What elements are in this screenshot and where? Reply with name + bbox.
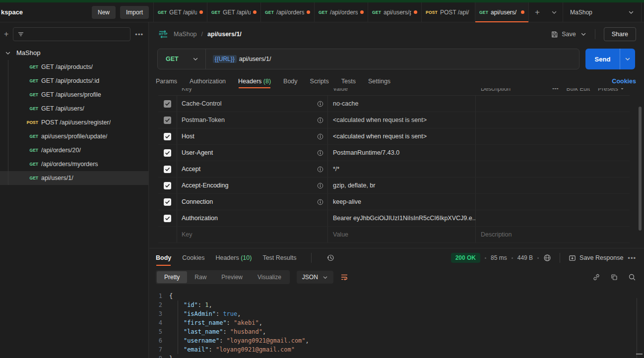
send-label[interactable]: Send: [585, 49, 620, 69]
header-key[interactable]: Connection: [182, 198, 314, 205]
value-placeholder[interactable]: Value: [328, 227, 476, 242]
header-value[interactable]: gzip, deflate, br: [328, 178, 476, 193]
view-preview[interactable]: Preview: [214, 271, 250, 283]
tab-options-chevron-icon[interactable]: [546, 2, 563, 22]
tab-settings[interactable]: Settings: [368, 76, 390, 86]
environment-selector[interactable]: MaShop: [563, 2, 641, 22]
tab-authorization[interactable]: Authorization: [190, 76, 226, 86]
link-icon[interactable]: [592, 273, 600, 281]
header-key[interactable]: Accept-Encoding: [182, 182, 314, 189]
header-checkbox[interactable]: [164, 166, 171, 173]
new-tab-button[interactable]: +: [529, 2, 546, 22]
collection-row[interactable]: MaShop: [0, 45, 148, 60]
sidebar-request-item[interactable]: GET api/users/profile/update/: [0, 129, 148, 143]
description-placeholder[interactable]: Description: [476, 227, 630, 242]
header-value[interactable]: <calculated when request is sent>: [328, 112, 476, 128]
share-button[interactable]: Share: [604, 27, 636, 41]
header-checkbox[interactable]: [164, 198, 171, 206]
code-scrollbar-thumb[interactable]: [636, 354, 643, 355]
format-dropdown[interactable]: JSON: [297, 271, 333, 284]
sidebar-search-box[interactable]: [13, 27, 130, 41]
sidebar-request-item[interactable]: GET /api/orders/myorders: [0, 157, 148, 171]
header-value[interactable]: <calculated when request is sent>: [328, 128, 476, 144]
response-more-button[interactable]: •••: [628, 254, 636, 262]
header-key[interactable]: User-Agent: [182, 149, 314, 156]
workspace-label[interactable]: kspace: [0, 8, 92, 16]
save-button[interactable]: Save: [551, 31, 576, 38]
tab-scripts[interactable]: Scripts: [310, 76, 329, 86]
header-value[interactable]: */*: [328, 161, 476, 177]
send-options-chevron-icon[interactable]: [620, 49, 635, 69]
save-response-button[interactable]: Save Response: [569, 254, 623, 262]
view-pretty[interactable]: Pretty: [157, 271, 187, 283]
search-icon[interactable]: [628, 273, 636, 281]
sidebar-request-item[interactable]: GET GET /api/products/: [0, 60, 148, 74]
header-description[interactable]: [476, 161, 630, 177]
request-tab[interactable]: GET /api/orders,: [315, 2, 368, 22]
sidebar-more-button[interactable]: •••: [135, 31, 143, 38]
header-key[interactable]: Postman-Token: [182, 117, 314, 123]
save-options-chevron-icon[interactable]: [580, 31, 586, 37]
header-description[interactable]: [476, 96, 630, 112]
breadcrumb-request-name[interactable]: api/users/1/: [207, 31, 242, 38]
response-size[interactable]: 449 B: [517, 254, 533, 261]
header-description[interactable]: [476, 128, 630, 144]
method-selector[interactable]: GET: [158, 49, 206, 69]
network-globe-icon[interactable]: [543, 254, 551, 262]
header-checkbox[interactable]: [164, 149, 171, 157]
table-more-button[interactable]: •••: [552, 88, 559, 92]
response-tab-cookies[interactable]: Cookies: [182, 253, 204, 263]
tab-body[interactable]: Body: [283, 76, 298, 86]
headers-scrollbar[interactable]: [639, 107, 642, 231]
request-tab[interactable]: POST POST /api/: [422, 2, 475, 22]
sidebar-request-item[interactable]: GET GET /api/users/: [0, 102, 148, 116]
tab-tests[interactable]: Tests: [341, 76, 356, 86]
header-value[interactable]: no-cache: [328, 96, 476, 112]
tab-headers[interactable]: Headers (8): [238, 76, 271, 86]
header-value[interactable]: keep-alive: [328, 194, 476, 210]
header-description[interactable]: [476, 145, 630, 161]
header-key[interactable]: Host: [182, 133, 314, 140]
response-time[interactable]: 85 ms: [491, 254, 507, 261]
wrap-text-icon[interactable]: [340, 273, 348, 281]
header-value[interactable]: Bearer eyJhbGciOiJIUzI1NiIsInR5cCI6IkpXV…: [328, 210, 476, 226]
response-tab-body[interactable]: Body: [156, 253, 171, 263]
header-key[interactable]: Authorization: [182, 215, 323, 222]
header-key[interactable]: Cache-Control: [182, 100, 314, 107]
breadcrumb-collection[interactable]: MaShop: [174, 31, 197, 38]
header-checkbox[interactable]: [164, 133, 171, 140]
header-key[interactable]: Accept: [182, 166, 314, 173]
header-checkbox[interactable]: [164, 100, 171, 108]
view-visualize[interactable]: Visualize: [250, 271, 289, 283]
status-badge[interactable]: 200 OK: [451, 253, 480, 263]
tab-params[interactable]: Params: [156, 76, 177, 86]
new-button[interactable]: New: [92, 6, 116, 19]
import-button[interactable]: Import: [120, 6, 149, 19]
header-description[interactable]: [476, 178, 630, 193]
sidebar-request-item[interactable]: GET GET /api/users/profile: [0, 88, 148, 102]
key-placeholder[interactable]: Key: [182, 231, 323, 238]
header-checkbox[interactable]: [164, 182, 171, 189]
request-tab[interactable]: GET api/users/: [475, 2, 529, 22]
header-checkbox[interactable]: [164, 117, 171, 124]
header-description[interactable]: [476, 112, 630, 128]
request-tab[interactable]: GET api/users/p: [368, 2, 422, 22]
presets-dropdown[interactable]: Presets: [598, 88, 625, 92]
view-raw[interactable]: Raw: [187, 271, 214, 283]
sidebar-search-input[interactable]: [28, 30, 126, 38]
copy-icon[interactable]: [610, 273, 618, 281]
history-icon[interactable]: [326, 254, 334, 262]
response-tab-headers[interactable]: Headers (10): [215, 253, 252, 263]
header-description[interactable]: [476, 194, 630, 210]
bulk-edit-button[interactable]: Bulk Edit: [567, 88, 590, 92]
send-button[interactable]: Send: [585, 49, 635, 69]
cookies-link[interactable]: Cookies: [612, 78, 636, 85]
url-input[interactable]: {{URL}} api/users/1/: [206, 55, 271, 63]
request-tab[interactable]: GET GET /api/us: [207, 2, 261, 22]
request-tab[interactable]: GET /api/orders,: [261, 2, 315, 22]
add-collection-button[interactable]: +: [4, 30, 8, 38]
response-tab-test-results[interactable]: Test Results: [262, 253, 296, 263]
sidebar-request-item[interactable]: POST POST /api/users/register/: [0, 116, 148, 129]
sidebar-request-item[interactable]: GET GET /api/products/:id: [0, 74, 148, 88]
header-description[interactable]: [476, 210, 630, 226]
